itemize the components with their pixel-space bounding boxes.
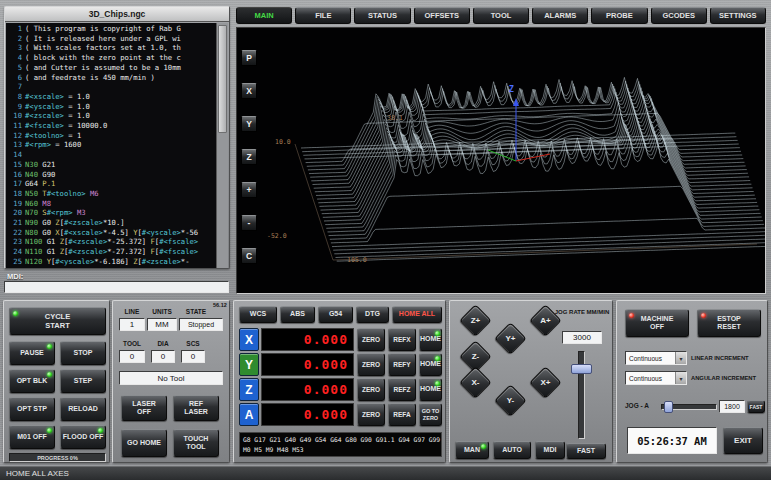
exit-label: EXIT [734,436,752,446]
jog-x-minus-button[interactable]: X- [459,366,492,399]
jog-rate-value[interactable]: 3000 [562,331,602,344]
stop-button[interactable]: STOP [60,341,106,365]
home-y-button[interactable]: HOME [419,353,442,376]
preview-tool-p[interactable]: P [241,50,257,66]
machine-off-button[interactable]: MACHINE OFF [625,309,689,337]
go-home-button[interactable]: GO HOME [121,429,167,457]
flood-label: FLOOD OFF [63,433,103,441]
home-x-button[interactable]: HOME [419,328,442,351]
gcode-panel: 3D_Chips.ngc 1( This program is copyrigh… [4,6,230,269]
jog-a-slider-thumb[interactable] [664,401,673,413]
tab-tool[interactable]: TOOL [473,7,529,24]
program-control-panel: CYCLE START PAUSE STOP OPT BLK STEP OPT … [3,300,110,463]
preview-tool-clear[interactable]: C [241,248,257,264]
line-value: 1 [119,318,145,331]
cycle-start-button[interactable]: CYCLE START [9,307,106,335]
gcode-line: 7 [8,82,217,92]
tab-settings[interactable]: SETTINGS [710,7,766,24]
laser-off-button[interactable]: LASER OFF [121,395,167,421]
active-gcodes: G8 G17 G21 G40 G49 G54 G64 G80 G90 G91.1… [243,435,441,445]
units-value: MM [147,318,177,331]
m01-led [47,428,52,433]
preview-tool-zoom-out[interactable]: - [241,215,257,231]
gcode-line: 25N120 Y[#<yscale>*-6.186] Z[#<zscale>*- [8,257,217,267]
jog-y-minus-button[interactable]: Y- [494,384,527,417]
axis-tick-label: 10.0 [275,138,291,146]
gcode-line: 17G64 P.1 [8,179,217,189]
zero-a-button[interactable]: ZERO [357,403,385,426]
ref-a-button[interactable]: REFA [388,403,416,426]
progress-bar: PROGRESS 0% [9,453,106,462]
flood-off-button[interactable]: FLOOD OFF [60,425,106,449]
jog-a-plus-label: A+ [535,310,556,331]
m01-off-button[interactable]: M01 OFF [9,425,55,449]
linear-increment-select[interactable]: Continuous ▾ [625,351,687,365]
jog-a-fast-button[interactable]: FAST [747,400,765,413]
dro-value-x: 0.000 [261,328,354,351]
jog-a-value[interactable]: 1800 [719,400,745,413]
gcode-line: 12#<toolno> = 1 [8,131,217,141]
active-codes-readout: G8 G17 G21 G40 G49 G54 G64 G80 G90 G91.1… [239,432,442,457]
ref-y-button[interactable]: REFY [388,353,416,376]
jog-z-plus-button[interactable]: Z+ [459,304,492,337]
exit-button[interactable]: EXIT [723,427,763,454]
man-led [481,444,486,449]
jog-rate-slider-thumb[interactable] [571,364,592,374]
jog-y-plus-button[interactable]: Y+ [494,322,527,355]
home-z-button[interactable]: HOME [419,378,442,401]
jog-x-plus-button[interactable]: X+ [529,366,562,399]
ref-z-button[interactable]: REFZ [388,378,416,401]
zero-z-button[interactable]: ZERO [357,378,385,401]
tab-main[interactable]: MAIN [236,7,292,24]
jog-y-minus-label: Y- [500,390,521,411]
zero-y-button[interactable]: ZERO [357,353,385,376]
preview-tool-x[interactable]: X [241,83,257,99]
dro-value-y: 0.000 [261,353,354,376]
cycle-start-label: CYCLE START [39,312,77,330]
tab-status[interactable]: STATUS [354,7,410,24]
gcode-line: 4( block with the zero point at the c [8,53,217,63]
gcode-scrollbar[interactable] [216,23,228,268]
axis-letter-a: A [239,403,259,426]
tab-gcodes[interactable]: GCODES [651,7,707,24]
tab-alarms[interactable]: ALARMS [532,7,588,24]
angular-increment-value: Continuous [629,375,662,382]
ref-x-button[interactable]: REFX [388,328,416,351]
dropdown-arrow-icon[interactable]: ▾ [675,372,686,384]
mdi-mode-button[interactable]: MDI [535,441,565,459]
gcode-scrollbar-thumb[interactable] [218,25,227,133]
ref-laser-button[interactable]: REF LASER [173,395,219,421]
auto-mode-button[interactable]: AUTO [493,441,531,459]
tab-file[interactable]: FILE [295,7,351,24]
state-header: STATE [179,308,213,315]
cycle-start-led [13,311,18,316]
clock-display: 05:26:37 AM [627,427,717,454]
estop-reset-button[interactable]: ESTOP RESET [697,309,761,337]
touch-tool-button[interactable]: TOUCH TOOL [173,429,219,457]
status-bar: HOME ALL AXES [0,466,771,480]
home-a-button[interactable]: GO TO ZERO [419,403,442,426]
gcode-line: 14 [8,150,217,160]
man-mode-button[interactable]: MAN [455,441,489,459]
preview-tool-zoom-in[interactable]: + [241,182,257,198]
pause-button[interactable]: PAUSE [9,341,55,365]
mdi-input[interactable] [4,281,229,293]
gcode-line: 1( This program is copyright of Rab G [8,24,217,34]
tab-probe[interactable]: PROBE [591,7,647,24]
jog-fast-button[interactable]: FAST [566,443,606,459]
preview-tool-z[interactable]: Z [241,149,257,165]
axis-tick-label: -52.0 [267,232,287,240]
optional-block-button[interactable]: OPT BLK [9,369,55,393]
tab-offsets[interactable]: OFFSETS [414,7,470,24]
step-button[interactable]: STEP [60,369,106,393]
reload-button[interactable]: RELOAD [60,397,106,421]
dropdown-arrow-icon[interactable]: ▾ [675,352,686,364]
gcode-line: 23N100 G1 Z[#<zscale>*-25.372] F[#<fscal… [8,237,217,247]
optional-stop-button[interactable]: OPT STP [9,397,55,421]
tool-description: No Tool [119,371,223,385]
zero-x-button[interactable]: ZERO [357,328,385,351]
ref-laser-label: REF LASER [179,400,213,417]
angular-increment-select[interactable]: Continuous ▾ [625,371,687,385]
preview-tool-y[interactable]: Y [241,116,257,132]
gcode-listing[interactable]: 1( This program is copyright of Rab G2( … [6,23,217,268]
